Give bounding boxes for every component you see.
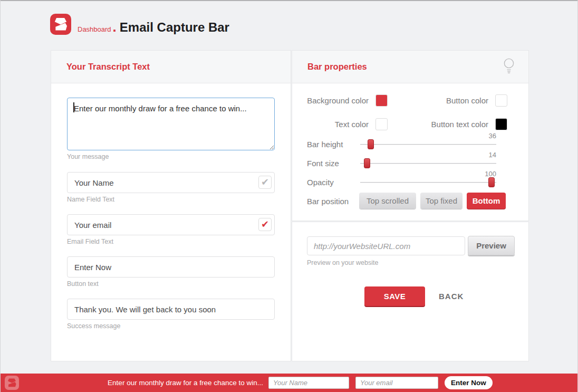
bar-position-label: Bar position [307, 197, 349, 206]
preview-bar-message: Enter our monthly draw for a free chance… [108, 374, 263, 392]
name-field-input[interactable] [67, 172, 275, 193]
bar-position-top-scrolled-button[interactable]: Top scrolled [359, 193, 416, 209]
zotabox-logo-glyph [50, 14, 71, 35]
save-button[interactable]: SAVE [364, 286, 425, 306]
bar-height-value: 36 [475, 132, 496, 140]
transcript-panel-header: Your Transcript Text [51, 51, 291, 83]
preview-bar-name-input[interactable] [268, 377, 349, 389]
message-label: Your message [67, 153, 109, 160]
button-text-field [67, 256, 275, 278]
actions-panel: Preview Preview on your website SAVE BAC… [292, 222, 529, 361]
button-color-swatch[interactable] [495, 94, 507, 107]
preview-bar-email-input[interactable] [355, 377, 438, 389]
lightbulb-icon [502, 58, 516, 77]
website-url-input[interactable] [307, 236, 465, 255]
bar-position-top-fixed-button[interactable]: Top fixed [420, 193, 463, 209]
font-size-slider-handle[interactable] [364, 158, 370, 168]
zotabox-logo-icon[interactable] [50, 14, 71, 35]
check-icon: ✔ [261, 177, 269, 187]
email-field-label: Email Field Text [67, 238, 113, 245]
button-text-color-swatch[interactable] [495, 118, 507, 130]
page-title: Email Capture Bar [120, 20, 229, 35]
bar-properties-title: Bar properties [307, 62, 502, 72]
breadcrumb-separator: . [113, 19, 117, 35]
email-capture-bar-page: Dashboard . Email Capture Bar Your Trans… [0, 0, 578, 392]
button-color-label: Button color [424, 94, 488, 107]
opacity-label: Opacity [307, 178, 334, 187]
email-field: ✔ [67, 214, 275, 235]
window-top-edge [1, 0, 577, 1]
text-color-swatch[interactable] [375, 118, 388, 130]
success-message-input[interactable] [67, 299, 275, 320]
header: Dashboard . Email Capture Bar [78, 19, 229, 35]
name-field: ✔ [67, 172, 275, 193]
success-message-label: Success message [67, 322, 120, 330]
opacity-slider-handle[interactable] [488, 177, 495, 187]
text-caret [73, 102, 74, 112]
message-textarea[interactable]: Enter our monthly draw for a free chance… [67, 98, 275, 150]
font-size-value: 14 [475, 151, 496, 159]
zotabox-logo-glyph [5, 376, 19, 390]
preview-button[interactable]: Preview [468, 236, 515, 255]
bar-properties-header: Bar properties [292, 51, 528, 83]
breadcrumb-dashboard[interactable]: Dashboard [78, 25, 111, 33]
preview-bar-enter-now-button[interactable]: Enter Now [445, 376, 493, 389]
opacity-slider-track[interactable] [360, 182, 496, 183]
preview-bar-logo-icon [5, 376, 19, 390]
bar-position-bottom-button[interactable]: Bottom [467, 193, 506, 209]
button-text-input[interactable] [67, 256, 275, 278]
transcript-panel: Your Transcript Text Enter our monthly d… [51, 50, 291, 361]
font-size-label: Font size [307, 159, 339, 168]
name-field-label: Name Field Text [67, 196, 114, 203]
bar-height-slider-handle[interactable] [368, 139, 374, 149]
preview-hint-label: Preview on your website [307, 259, 378, 266]
success-message-field [67, 299, 275, 320]
bar-properties-panel: Bar properties Background color Button c… [292, 50, 529, 221]
text-color-label: Text color [307, 118, 369, 130]
background-color-label: Background color [307, 94, 369, 107]
background-color-swatch[interactable] [375, 94, 388, 107]
bar-height-label: Bar height [307, 140, 343, 149]
opacity-value: 100 [475, 170, 496, 178]
email-capture-preview-bar: Enter our monthly draw for a free chance… [1, 374, 577, 392]
back-button[interactable]: BACK [436, 286, 467, 306]
transcript-panel-title: Your Transcript Text [66, 62, 278, 72]
email-field-checkbox[interactable]: ✔ [258, 218, 272, 231]
button-text-label: Button text [67, 280, 99, 288]
font-size-slider-track[interactable] [360, 163, 496, 164]
name-field-checkbox[interactable]: ✔ [258, 176, 272, 189]
check-icon: ✔ [261, 219, 269, 230]
bar-height-slider-track[interactable] [360, 144, 496, 145]
button-text-color-label: Button text color [424, 118, 488, 130]
email-field-input[interactable] [67, 214, 275, 235]
